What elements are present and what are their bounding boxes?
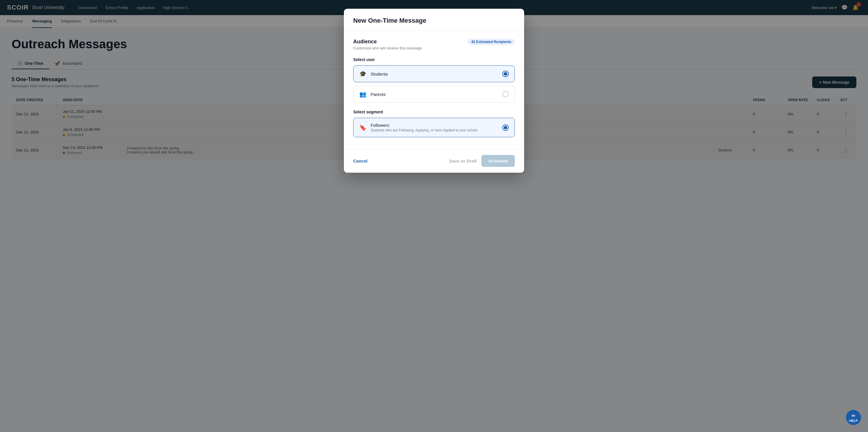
followers-text: Followers Students who are Following, Ap…	[371, 123, 477, 132]
modal-overlay: New One-Time Message Audience Customize …	[0, 0, 868, 168]
parents-option[interactable]: 👥 Parents	[353, 86, 515, 103]
parents-label: Parents	[371, 92, 386, 97]
cancel-button[interactable]: Cancel	[353, 158, 367, 163]
modal-title: New One-Time Message	[353, 17, 515, 24]
followers-label: Followers	[371, 123, 477, 128]
followers-option-left: 🔖 Followers Students who are Following, …	[359, 123, 477, 132]
modal-body: Audience Customize who will receive this…	[344, 31, 524, 149]
audience-subtitle: Customize who will receive this message	[353, 46, 422, 50]
modal-footer: Cancel Save as Draft Schedule	[344, 149, 524, 168]
audience-header: Audience Customize who will receive this…	[353, 39, 515, 50]
recipients-badge: 42 Estimated Recipients	[468, 39, 515, 45]
select-segment-container: Select segment 🔖 Followers Students who …	[353, 110, 515, 137]
select-segment-label: Select segment	[353, 110, 515, 114]
students-option-left: 🎓 Students	[359, 70, 388, 77]
modal-header: New One-Time Message	[344, 9, 524, 31]
parents-radio	[502, 91, 509, 97]
audience-title: Audience	[353, 39, 422, 45]
followers-radio-inner	[504, 126, 507, 129]
select-user-container: Select user 🎓 Students	[353, 57, 515, 103]
followers-radio	[502, 124, 509, 131]
audience-section: Audience Customize who will receive this…	[344, 31, 524, 149]
followers-option[interactable]: 🔖 Followers Students who are Following, …	[353, 118, 515, 137]
schedule-button[interactable]: Schedule	[482, 155, 515, 167]
parents-option-left: 👥 Parents	[359, 91, 386, 98]
modal: New One-Time Message Audience Customize …	[344, 9, 524, 168]
parents-icon: 👥	[359, 91, 367, 98]
students-icon: 🎓	[359, 70, 367, 77]
followers-icon: 🔖	[359, 124, 367, 131]
save-draft-button[interactable]: Save as Draft	[449, 158, 477, 163]
audience-info: Audience Customize who will receive this…	[353, 39, 422, 50]
students-label: Students	[371, 71, 388, 76]
select-user-label: Select user	[353, 57, 515, 62]
students-option[interactable]: 🎓 Students	[353, 65, 515, 82]
footer-right: Save as Draft Schedule	[449, 155, 515, 167]
students-radio-inner	[504, 72, 507, 75]
students-radio	[502, 71, 509, 77]
followers-sublabel: Students who are Following, Applying, or…	[371, 128, 477, 132]
